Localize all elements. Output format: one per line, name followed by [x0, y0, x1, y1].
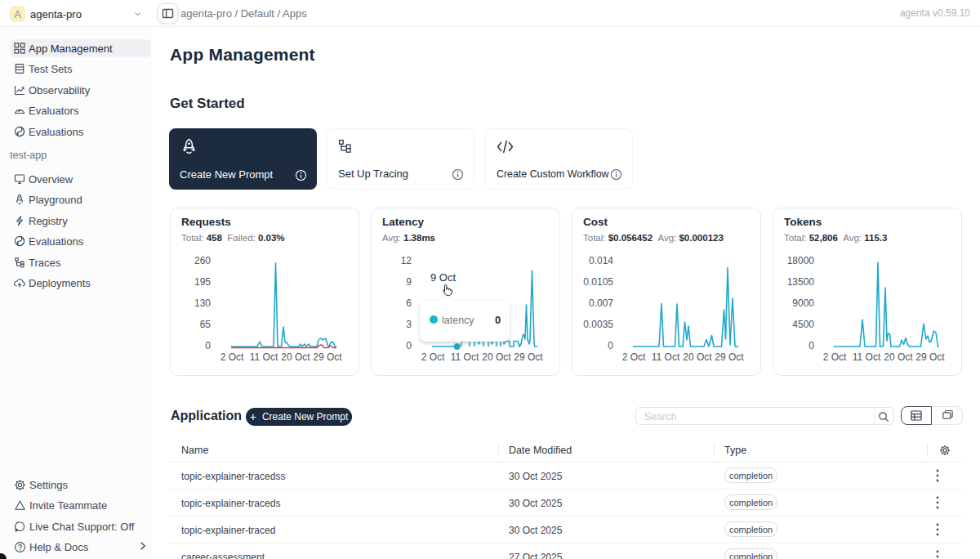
svg-text:29 Oct: 29 Oct [313, 351, 342, 363]
svg-text:29 Oct: 29 Oct [514, 351, 543, 363]
svg-text:2 Oct: 2 Oct [622, 351, 646, 363]
svg-text:18000: 18000 [787, 255, 815, 266]
svg-text:9000: 9000 [792, 297, 814, 309]
svg-text:20 Oct: 20 Oct [281, 351, 310, 363]
svg-text:latency: latency [442, 315, 474, 326]
svg-text:0: 0 [406, 340, 412, 351]
svg-text:0: 0 [808, 340, 814, 351]
svg-text:20 Oct: 20 Oct [683, 351, 712, 363]
svg-text:130: 130 [194, 297, 211, 309]
svg-text:9: 9 [406, 276, 412, 288]
svg-text:0.0035: 0.0035 [583, 319, 613, 330]
svg-text:65: 65 [200, 319, 212, 330]
svg-text:3: 3 [406, 319, 412, 330]
svg-text:11 Oct: 11 Oct [451, 351, 479, 363]
svg-text:11 Oct: 11 Oct [652, 351, 680, 363]
svg-text:0: 0 [495, 314, 501, 326]
svg-text:9 Oct: 9 Oct [430, 271, 456, 284]
svg-text:12: 12 [401, 255, 412, 266]
svg-text:29 Oct: 29 Oct [715, 351, 744, 363]
svg-text:0.007: 0.007 [589, 297, 613, 309]
svg-text:13500: 13500 [787, 276, 815, 288]
svg-text:0: 0 [608, 340, 613, 351]
svg-text:4500: 4500 [792, 319, 814, 330]
svg-text:2 Oct: 2 Oct [823, 351, 847, 363]
svg-text:6: 6 [406, 297, 412, 309]
svg-text:2 Oct: 2 Oct [220, 351, 244, 363]
svg-text:20 Oct: 20 Oct [482, 351, 511, 363]
svg-text:0: 0 [205, 340, 211, 351]
svg-text:0.014: 0.014 [589, 255, 613, 266]
svg-text:2 Oct: 2 Oct [421, 351, 445, 363]
svg-text:195: 195 [194, 276, 211, 288]
svg-text:20 Oct: 20 Oct [884, 351, 913, 363]
svg-text:0.0105: 0.0105 [583, 276, 613, 288]
svg-text:260: 260 [194, 255, 211, 266]
svg-text:11 Oct: 11 Oct [250, 351, 278, 363]
svg-text:11 Oct: 11 Oct [853, 351, 881, 363]
svg-text:29 Oct: 29 Oct [915, 351, 945, 363]
